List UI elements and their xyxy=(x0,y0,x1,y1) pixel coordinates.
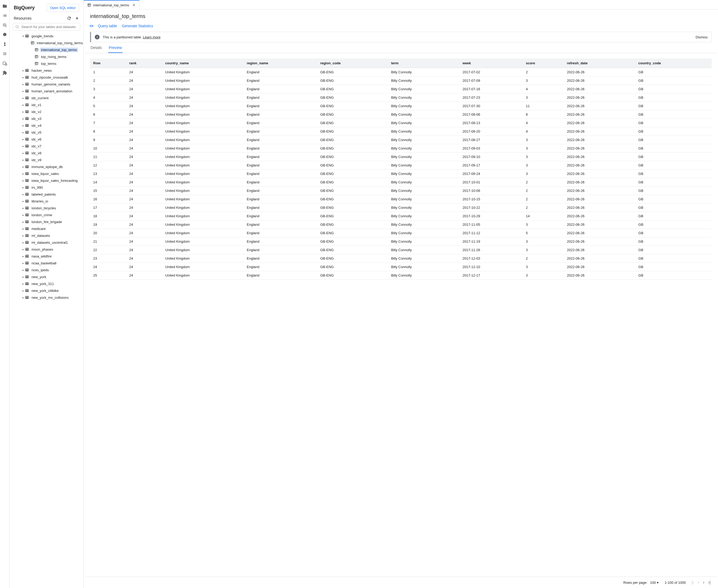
tree-dataset-new-york-mv-collisions[interactable]: new_york_mv_collisions xyxy=(9,294,83,301)
tree-dataset-idc-v7[interactable]: idc_v7 xyxy=(9,143,83,149)
tree-dataset-idc-v4[interactable]: idc_v4 xyxy=(9,122,83,129)
table-row[interactable]: 524United KingdomEnglandGB-ENGBilly Conn… xyxy=(90,102,712,110)
close-icon[interactable]: ✕ xyxy=(132,3,136,7)
resource-tree[interactable]: google_trendsinternational_top_rising_te… xyxy=(9,33,83,588)
table-row[interactable]: 1124United KingdomEnglandGB-ENGBilly Con… xyxy=(90,153,712,161)
table-row[interactable]: 2224United KingdomEnglandGB-ENGBilly Con… xyxy=(90,246,712,254)
preview-table-wrap[interactable]: Rowrankcountry_nameregion_nameregion_cod… xyxy=(90,59,712,576)
zoom-icon[interactable] xyxy=(2,23,7,27)
open-sql-editor-button[interactable]: Open SQL editor xyxy=(47,4,79,12)
table-row[interactable]: 2424United KingdomEnglandGB-ENGBilly Con… xyxy=(90,263,712,271)
column-header[interactable]: score xyxy=(522,59,563,68)
tree-dataset-irs-990[interactable]: irs_990 xyxy=(9,184,83,191)
tree-dataset-idc-v6[interactable]: idc_v6 xyxy=(9,136,83,143)
query-table-link[interactable]: Query table xyxy=(98,24,117,28)
prev-page-icon[interactable]: ‹ xyxy=(698,580,699,585)
tree-dataset-immune-epitope-db[interactable]: immune_epitope_db xyxy=(9,163,83,170)
tree-dataset-idc-v2[interactable]: idc_v2 xyxy=(9,108,83,115)
column-header[interactable]: week xyxy=(459,59,522,68)
column-header[interactable]: Row xyxy=(90,59,126,68)
learn-more-link[interactable]: Learn more xyxy=(143,35,160,39)
tab-international-top-terms[interactable]: international_top_terms ✕ xyxy=(84,0,140,9)
table-row[interactable]: 1324United KingdomEnglandGB-ENGBilly Con… xyxy=(90,170,712,178)
tab-preview[interactable]: Preview xyxy=(108,45,123,53)
first-page-icon[interactable]: |‹ xyxy=(692,580,694,585)
table-row[interactable]: 724United KingdomEnglandGB-ENGBilly Conn… xyxy=(90,119,712,127)
tree-table-top-rising-terms[interactable]: top_rising_terms xyxy=(9,53,83,60)
tree-dataset-london-crime[interactable]: london_crime xyxy=(9,211,83,218)
tree-dataset-google-trends[interactable]: google_trends xyxy=(9,33,83,39)
tree-dataset-london-fire-brigade[interactable]: london_fire_brigade xyxy=(9,218,83,225)
table-row[interactable]: 2124United KingdomEnglandGB-ENGBilly Con… xyxy=(90,237,712,246)
table-row[interactable]: 1024United KingdomEnglandGB-ENGBilly Con… xyxy=(90,144,712,153)
tree-dataset-human-variant-annotation[interactable]: human_variant_annotation xyxy=(9,88,83,94)
tree-dataset-ncaa-basketball[interactable]: ncaa_basketball xyxy=(9,259,83,267)
table-row[interactable]: 124United KingdomEnglandGB-ENGBilly Conn… xyxy=(90,68,712,77)
tree-dataset-libraries-io[interactable]: libraries_io xyxy=(9,198,83,205)
rows-per-page-select[interactable]: 100 ▾ xyxy=(650,581,659,585)
dismiss-button[interactable]: Dismiss xyxy=(696,35,708,39)
generate-statistics-link[interactable]: Generate Statistics xyxy=(122,24,153,28)
folder-icon[interactable] xyxy=(2,4,7,8)
tree-table-international-top-terms[interactable]: international_top_terms xyxy=(9,46,83,53)
next-page-icon[interactable]: › xyxy=(703,580,704,585)
tree-dataset-iowa-liquor-sales[interactable]: iowa_liquor_sales xyxy=(9,170,83,177)
diamond-icon[interactable] xyxy=(2,42,7,47)
tree-dataset-new-york-311[interactable]: new_york_311 xyxy=(9,280,83,287)
hexagon-icon[interactable] xyxy=(2,32,7,37)
table-row[interactable]: 2024United KingdomEnglandGB-ENGBilly Con… xyxy=(90,229,712,237)
table-row[interactable]: 424United KingdomEnglandGB-ENGBilly Conn… xyxy=(90,93,712,102)
list-alt-icon[interactable] xyxy=(2,51,7,56)
tree-dataset-nasa-wildfire[interactable]: nasa_wildfire xyxy=(9,253,83,259)
column-header[interactable]: country_name xyxy=(162,59,244,68)
tree-dataset-ml-datasets[interactable]: ml_datasets xyxy=(9,232,83,239)
list-icon[interactable] xyxy=(2,13,7,18)
column-header[interactable]: region_name xyxy=(244,59,317,68)
table-row[interactable]: 1424United KingdomEnglandGB-ENGBilly Con… xyxy=(90,178,712,187)
schedule-icon[interactable] xyxy=(2,61,7,66)
table-row[interactable]: 2524United KingdomEnglandGB-ENGBilly Con… xyxy=(90,271,712,280)
tree-dataset-ml-datasets-uscentral1[interactable]: ml_datasets_uscentral1 xyxy=(9,239,83,246)
tree-dataset-hacker-news[interactable]: hacker_news xyxy=(9,67,83,74)
table-row[interactable]: 1524United KingdomEnglandGB-ENGBilly Con… xyxy=(90,187,712,195)
tree-dataset-human-genome-variants[interactable]: human_genome_variants xyxy=(9,81,83,88)
table-row[interactable]: 1224United KingdomEnglandGB-ENGBilly Con… xyxy=(90,161,712,170)
table-row[interactable]: 1624United KingdomEnglandGB-ENGBilly Con… xyxy=(90,195,712,204)
column-header[interactable]: rank xyxy=(126,59,162,68)
tree-dataset-nces-ipeds[interactable]: nces_ipeds xyxy=(9,267,83,273)
tree-dataset-moon-phases[interactable]: moon_phases xyxy=(9,246,83,253)
extension-icon[interactable] xyxy=(2,70,7,75)
tree-dataset-idc-current[interactable]: idc_current xyxy=(9,94,83,101)
tree-dataset-iowa-liquor-sales-forecasting[interactable]: iowa_liquor_sales_forecasting xyxy=(9,177,83,184)
tree-dataset-idc-v9[interactable]: idc_v9 xyxy=(9,156,83,163)
tree-dataset-idc-v3[interactable]: idc_v3 xyxy=(9,115,83,122)
tab-details[interactable]: Details xyxy=(90,45,102,53)
search-box[interactable] xyxy=(13,23,80,30)
tree-dataset-idc-v8[interactable]: idc_v8 xyxy=(9,149,83,156)
refresh-icon[interactable] xyxy=(67,16,71,20)
column-header[interactable]: country_code xyxy=(635,59,712,68)
table-row[interactable]: 1924United KingdomEnglandGB-ENGBilly Con… xyxy=(90,220,712,229)
tree-dataset-hud-zipcode-crosswalk[interactable]: hud_zipcode_crosswalk xyxy=(9,74,83,81)
table-row[interactable]: 324United KingdomEnglandGB-ENGBilly Conn… xyxy=(90,85,712,93)
tree-dataset-new-york[interactable]: new_york xyxy=(9,273,83,280)
add-icon[interactable] xyxy=(75,16,79,20)
tree-dataset-labeled-patents[interactable]: labeled_patents xyxy=(9,191,83,198)
tree-dataset-new-york-citibike[interactable]: new_york_citibike xyxy=(9,287,83,294)
table-row[interactable]: 224United KingdomEnglandGB-ENGBilly Conn… xyxy=(90,77,712,85)
search-input[interactable] xyxy=(21,25,78,29)
last-page-icon[interactable]: ›| xyxy=(708,580,711,585)
tree-table-international-top-rising-terms[interactable]: international_top_rising_terms xyxy=(9,39,83,46)
column-header[interactable]: region_code xyxy=(317,59,388,68)
tree-dataset-london-bicycles[interactable]: london_bicycles xyxy=(9,205,83,211)
table-row[interactable]: 624United KingdomEnglandGB-ENGBilly Conn… xyxy=(90,110,712,119)
tree-dataset-medicare[interactable]: medicare xyxy=(9,225,83,232)
column-header[interactable]: refresh_date xyxy=(563,59,635,68)
tree-dataset-idc-v1[interactable]: idc_v1 xyxy=(9,101,83,108)
table-row[interactable]: 824United KingdomEnglandGB-ENGBilly Conn… xyxy=(90,127,712,136)
table-row[interactable]: 2324United KingdomEnglandGB-ENGBilly Con… xyxy=(90,254,712,263)
table-row[interactable]: 1824United KingdomEnglandGB-ENGBilly Con… xyxy=(90,212,712,220)
tree-dataset-idc-v5[interactable]: idc_v5 xyxy=(9,129,83,136)
tree-table-top-terms[interactable]: top_terms xyxy=(9,60,83,67)
table-row[interactable]: 924United KingdomEnglandGB-ENGBilly Conn… xyxy=(90,136,712,144)
